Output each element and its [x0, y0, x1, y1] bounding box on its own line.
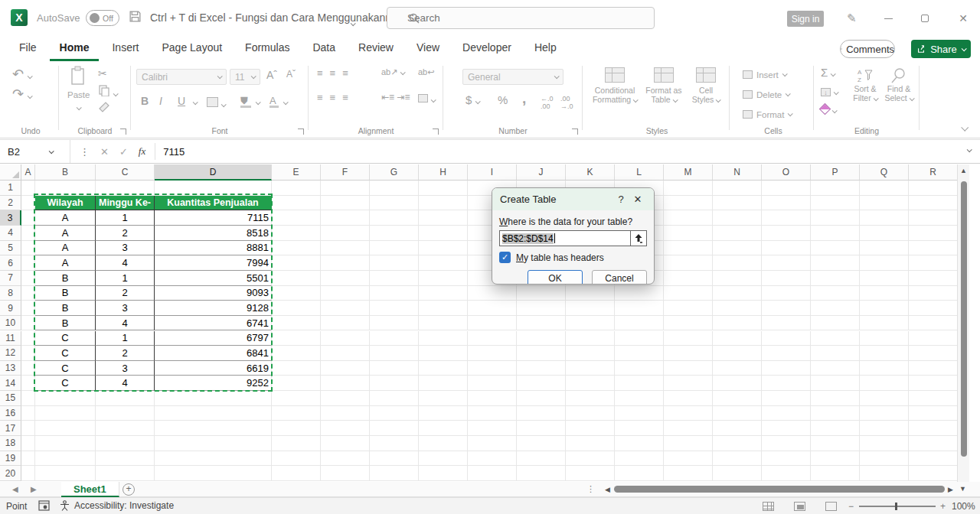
cell[interactable]	[370, 255, 419, 271]
cell[interactable]: C	[35, 331, 96, 346]
cell[interactable]	[713, 436, 762, 451]
zoom-slider-track[interactable]	[859, 506, 936, 507]
cell[interactable]	[615, 406, 664, 421]
cell[interactable]	[419, 181, 468, 196]
row-header-20[interactable]: 20	[0, 466, 21, 481]
borders-icon[interactable]	[207, 96, 225, 110]
cell[interactable]	[762, 286, 811, 301]
page-layout-view-icon[interactable]	[794, 502, 805, 511]
cell[interactable]	[909, 436, 957, 451]
cell[interactable]	[664, 406, 713, 421]
cell[interactable]: C	[35, 361, 96, 376]
cell[interactable]	[321, 361, 370, 376]
cell[interactable]	[272, 226, 321, 241]
cell[interactable]: B	[35, 316, 96, 331]
cell[interactable]	[272, 331, 321, 346]
cell[interactable]	[155, 406, 272, 421]
tab-formulas[interactable]: Formulas	[235, 36, 299, 61]
cell[interactable]	[713, 316, 762, 331]
cell[interactable]	[21, 376, 35, 391]
cell[interactable]	[811, 451, 860, 467]
cell[interactable]	[35, 421, 96, 436]
column-header-r[interactable]: R	[909, 164, 958, 181]
cell[interactable]	[370, 346, 419, 361]
cell[interactable]	[35, 451, 96, 467]
cell[interactable]	[811, 210, 860, 226]
row-header-2[interactable]: 2	[0, 196, 21, 211]
cell[interactable]	[21, 181, 35, 196]
cell[interactable]	[21, 255, 35, 271]
grow-font-icon[interactable]: Aˆ	[266, 69, 277, 81]
row-header-1[interactable]: 1	[0, 181, 21, 196]
cell[interactable]	[664, 181, 713, 196]
cell[interactable]	[713, 210, 762, 226]
cell[interactable]	[419, 361, 468, 376]
cell[interactable]	[811, 286, 860, 301]
cell[interactable]	[35, 406, 96, 421]
cell[interactable]	[860, 255, 909, 271]
formula-bar-handle-icon[interactable]: ⋮	[80, 146, 90, 158]
cancel-entry-icon[interactable]: ✕	[100, 146, 109, 158]
row-header-5[interactable]: 5	[0, 241, 21, 256]
cell[interactable]	[21, 271, 35, 286]
cell[interactable]	[517, 331, 566, 346]
clear-icon[interactable]	[821, 102, 836, 116]
cell[interactable]: 6797	[155, 331, 272, 346]
cell[interactable]	[566, 301, 615, 316]
cell[interactable]	[762, 436, 811, 451]
cell[interactable]	[370, 196, 419, 211]
cell[interactable]	[762, 271, 811, 286]
cell[interactable]	[21, 331, 35, 346]
cell[interactable]	[21, 241, 35, 256]
cell[interactable]	[713, 286, 762, 301]
cell[interactable]	[762, 196, 811, 211]
vertical-align-icons[interactable]: ≡≡≡	[317, 67, 355, 79]
cell[interactable]	[517, 391, 566, 406]
row-header-11[interactable]: 11	[0, 331, 21, 346]
cell[interactable]	[909, 466, 957, 481]
cell[interactable]	[762, 466, 811, 481]
cell[interactable]	[811, 406, 860, 421]
cell[interactable]	[713, 376, 762, 391]
tab-view[interactable]: View	[407, 36, 449, 61]
row-header-12[interactable]: 12	[0, 346, 21, 361]
cell[interactable]	[909, 271, 957, 286]
fill-color-chevron-icon[interactable]	[256, 99, 261, 105]
cell[interactable]	[909, 286, 957, 301]
cell[interactable]	[664, 286, 713, 301]
expand-formula-bar-icon[interactable]	[967, 147, 972, 152]
cell[interactable]	[713, 406, 762, 421]
percent-icon[interactable]: %	[498, 93, 508, 106]
cell[interactable]	[370, 421, 419, 436]
cell[interactable]	[909, 346, 957, 361]
cell[interactable]	[468, 436, 517, 451]
name-box[interactable]: B2	[0, 140, 70, 163]
underline-chevron-icon[interactable]	[193, 99, 198, 105]
cell[interactable]: 4	[96, 376, 155, 391]
cell[interactable]	[21, 346, 35, 361]
cell[interactable]	[909, 255, 957, 271]
cell[interactable]	[96, 451, 155, 467]
cell[interactable]	[713, 226, 762, 241]
cell[interactable]	[96, 406, 155, 421]
accessibility-status[interactable]: Accessibility: Investigate	[60, 500, 174, 511]
column-header-i[interactable]: I	[468, 164, 517, 181]
cell[interactable]: 6619	[155, 361, 272, 376]
cell[interactable]	[272, 361, 321, 376]
cell[interactable]: A	[35, 210, 96, 226]
insert-function-icon[interactable]: fx	[139, 145, 145, 158]
cell[interactable]	[615, 316, 664, 331]
italic-button[interactable]: I	[159, 95, 162, 107]
cell[interactable]	[21, 421, 35, 436]
cell[interactable]	[419, 466, 468, 481]
cell[interactable]	[272, 436, 321, 451]
cell[interactable]: A	[35, 241, 96, 256]
cell[interactable]	[860, 406, 909, 421]
cell[interactable]	[272, 406, 321, 421]
cell[interactable]	[909, 361, 957, 376]
cell[interactable]	[419, 346, 468, 361]
cell[interactable]	[909, 226, 957, 241]
cell[interactable]	[419, 451, 468, 467]
cell[interactable]	[21, 301, 35, 316]
save-icon[interactable]	[129, 10, 142, 26]
